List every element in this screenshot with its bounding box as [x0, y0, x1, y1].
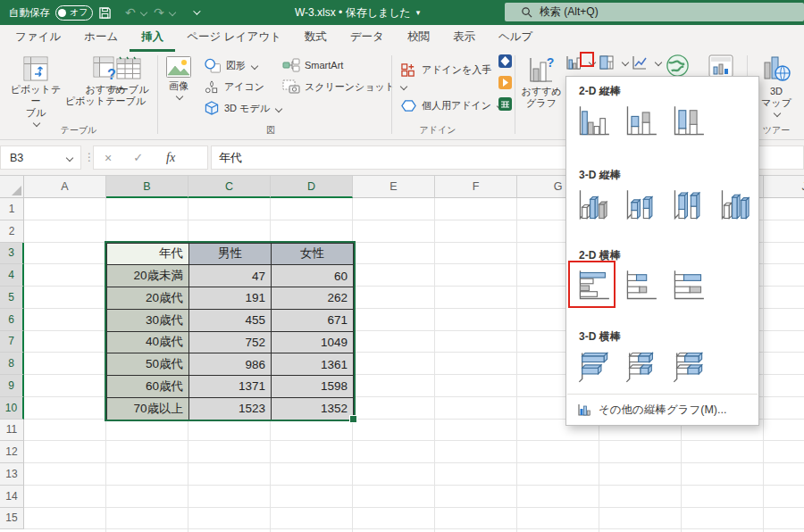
- menu-item-100-stacked-bar[interactable]: [668, 264, 708, 307]
- pivottable-button[interactable]: ピボットテー ブル: [9, 55, 63, 126]
- row-header-12[interactable]: 12: [0, 441, 24, 463]
- row-header-1[interactable]: 1: [0, 198, 24, 220]
- name-box[interactable]: B3: [0, 145, 81, 170]
- 3d-models-button[interactable]: 3D モデル: [204, 101, 281, 116]
- tab-page-layout[interactable]: ページ レイアウト: [175, 25, 293, 52]
- redo-button[interactable]: ↷: [154, 0, 175, 25]
- column-header-C[interactable]: C: [188, 176, 271, 198]
- menu-item-3d-100-stacked-bar[interactable]: [668, 345, 708, 387]
- table-value-cell[interactable]: 262: [272, 287, 354, 310]
- table-value-cell[interactable]: 1371: [189, 376, 272, 398]
- row-header-10[interactable]: 10: [0, 397, 24, 420]
- row-header-3[interactable]: 3: [0, 243, 24, 265]
- addin-app-icon-green[interactable]: [498, 97, 512, 111]
- table-value-cell[interactable]: 752: [189, 332, 272, 354]
- autosave-toggle[interactable]: 自動保存 オフ: [9, 0, 93, 25]
- get-addins-button[interactable]: アドインを入手: [400, 62, 491, 78]
- column-header-D[interactable]: D: [271, 176, 353, 198]
- table-button[interactable]: テーブル: [105, 55, 152, 96]
- table-value-cell[interactable]: 986: [189, 353, 272, 376]
- row-header-6[interactable]: 6: [0, 309, 24, 331]
- menu-item-3d-clustered-column[interactable]: [574, 184, 613, 227]
- tab-help[interactable]: ヘルプ: [487, 25, 544, 52]
- row-header-9[interactable]: 9: [0, 375, 24, 397]
- pictures-button[interactable]: 画像: [163, 55, 195, 99]
- column-header-A[interactable]: A: [24, 176, 106, 198]
- menu-item-3d-100-stacked-column[interactable]: [668, 184, 708, 227]
- column-header-J[interactable]: J: [764, 176, 804, 198]
- table-value-cell[interactable]: 47: [189, 265, 272, 287]
- column-header-B[interactable]: B: [106, 176, 188, 198]
- tab-home[interactable]: ホーム: [72, 25, 130, 52]
- table-row-label-cell[interactable]: 20歳未満: [107, 265, 189, 287]
- table-value-cell[interactable]: 60: [272, 265, 354, 287]
- table-active-cell[interactable]: 年代: [107, 244, 189, 266]
- smartart-button[interactable]: SmartArt: [282, 58, 343, 72]
- row-header-14[interactable]: 14: [0, 486, 24, 508]
- menu-item-clustered-bar[interactable]: [574, 264, 613, 307]
- addin-app-icon-blue[interactable]: [498, 54, 512, 68]
- table-row-label-cell[interactable]: 40歳代: [107, 332, 189, 354]
- row-header-5[interactable]: 5: [0, 287, 24, 309]
- menu-item-clustered-column[interactable]: [574, 100, 613, 143]
- menu-item-3d-column[interactable]: [716, 184, 755, 227]
- insert-hierarchy-chart-button[interactable]: [599, 54, 628, 71]
- row-header-4[interactable]: 4: [0, 264, 24, 287]
- autosave-switch[interactable]: オフ: [55, 5, 93, 21]
- table-value-cell[interactable]: 1049: [272, 332, 354, 354]
- table-row-label-cell[interactable]: 60歳代: [107, 376, 189, 398]
- menu-item-stacked-column[interactable]: [621, 100, 660, 143]
- enter-icon[interactable]: ✓: [133, 151, 143, 164]
- table-row-label-cell[interactable]: 70歳以上: [107, 398, 189, 420]
- icons-button[interactable]: アイコン: [204, 79, 264, 95]
- undo-button[interactable]: ↶: [125, 0, 147, 25]
- tab-insert[interactable]: 挿入: [130, 25, 175, 52]
- save-button[interactable]: [98, 0, 112, 25]
- table-row-label-cell[interactable]: 50歳代: [107, 353, 189, 376]
- tab-review[interactable]: 校閲: [396, 25, 441, 52]
- menu-item-3d-stacked-column[interactable]: [621, 184, 660, 227]
- my-addins-button[interactable]: 個人用アドイン: [400, 98, 503, 113]
- insert-function-icon[interactable]: fx: [166, 151, 175, 165]
- table-row-label-cell[interactable]: 20歳代: [107, 287, 189, 310]
- screenshot-button[interactable]: スクリーンショット: [282, 79, 406, 94]
- column-header-E[interactable]: E: [353, 176, 435, 198]
- table-value-cell[interactable]: 1523: [189, 398, 272, 420]
- menu-item-more-column-charts[interactable]: その他の縦棒グラフ(M)...: [566, 396, 758, 423]
- document-title[interactable]: W-3.xlsx • 保存しました ▾: [295, 0, 420, 25]
- insert-line-chart-button[interactable]: [632, 54, 661, 71]
- tab-view[interactable]: 表示: [441, 25, 487, 52]
- table-row-label-cell[interactable]: 30歳代: [107, 310, 189, 332]
- insert-column-chart-button[interactable]: [565, 54, 595, 71]
- row-header-11[interactable]: 11: [0, 420, 24, 442]
- row-header-7[interactable]: 7: [0, 331, 24, 353]
- addin-app-icon-orange[interactable]: [498, 76, 512, 89]
- menu-item-stacked-bar[interactable]: [621, 264, 660, 307]
- search-input[interactable]: 検索 (Alt+Q): [505, 3, 804, 21]
- menu-item-100-stacked-column[interactable]: [668, 100, 708, 143]
- recommended-charts-button[interactable]: ? おすすめ グラフ: [518, 55, 565, 109]
- table-value-cell[interactable]: 1352: [272, 398, 354, 420]
- 3d-map-button[interactable]: 3D マップ: [752, 54, 800, 116]
- shapes-button[interactable]: 図形: [204, 58, 257, 73]
- row-header-15[interactable]: 15: [0, 508, 24, 530]
- row-header-2[interactable]: 2: [0, 220, 24, 243]
- tab-formulas[interactable]: 数式: [293, 25, 339, 52]
- quick-access-more-button[interactable]: [193, 0, 198, 25]
- table-header-cell[interactable]: 男性: [189, 244, 272, 266]
- select-all-corner[interactable]: [0, 176, 24, 198]
- tab-data[interactable]: データ: [339, 25, 396, 52]
- table-value-cell[interactable]: 671: [272, 310, 354, 332]
- menu-item-3d-stacked-bar[interactable]: [621, 345, 660, 387]
- table-value-cell[interactable]: 1598: [272, 376, 354, 398]
- table-value-cell[interactable]: 455: [189, 310, 272, 332]
- cancel-icon[interactable]: ×: [105, 151, 112, 165]
- menu-item-3d-clustered-bar[interactable]: [574, 345, 613, 387]
- tab-file[interactable]: ファイル: [4, 25, 72, 52]
- column-header-F[interactable]: F: [435, 176, 517, 198]
- table-value-cell[interactable]: 191: [189, 287, 272, 310]
- row-header-13[interactable]: 13: [0, 463, 24, 486]
- row-header-8[interactable]: 8: [0, 353, 24, 375]
- table-value-cell[interactable]: 1361: [272, 353, 354, 376]
- table-header-cell[interactable]: 女性: [272, 244, 354, 266]
